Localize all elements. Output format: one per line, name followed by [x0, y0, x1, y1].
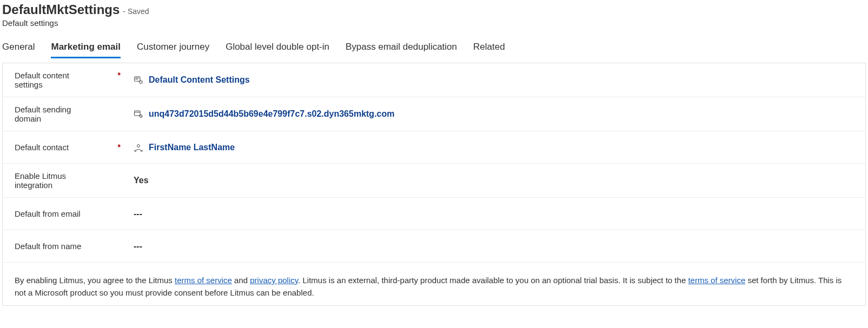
title-row: DefaultMktSettings - Saved [2, 2, 866, 17]
save-status: - Saved [123, 7, 149, 16]
terms-of-service-link[interactable]: terms of service [175, 276, 232, 285]
field-value-lookup[interactable]: FirstName LastName [134, 143, 235, 152]
tab-customer-journey[interactable]: Customer journey [137, 42, 209, 58]
svg-point-3 [140, 81, 142, 83]
field-default-content-settings: Default content settings * Default Conte… [3, 63, 865, 97]
settings-record-icon [134, 75, 143, 85]
field-default-from-name: Default from name --- [3, 230, 865, 263]
tab-marketing-email[interactable]: Marketing email [51, 42, 121, 58]
tab-bypass-dedup[interactable]: Bypass email deduplication [346, 42, 457, 58]
field-default-contact: Default contact * FirstName LastName [3, 131, 865, 164]
field-value-text[interactable]: --- [134, 209, 142, 219]
field-value-text[interactable]: --- [134, 242, 142, 251]
field-label: Default from email [15, 209, 81, 218]
field-value-text: Default Content Settings [149, 75, 250, 85]
field-value-text: FirstName LastName [149, 143, 235, 152]
field-enable-litmus: Enable Litmus integration Yes [3, 164, 865, 198]
field-label: Default content settings [15, 71, 96, 89]
field-label: Default sending domain [15, 105, 96, 123]
field-value-lookup[interactable]: unq473d72015d5d44b5b69e4e799f7c7.s02.dyn… [134, 109, 394, 119]
tab-related[interactable]: Related [473, 42, 505, 58]
tab-double-optin[interactable]: Global level double opt-in [226, 42, 329, 58]
tab-general[interactable]: General [2, 42, 35, 58]
required-marker: * [118, 71, 134, 79]
field-default-from-email: Default from email --- [3, 198, 865, 230]
form-panel: Default content settings * Default Conte… [2, 63, 866, 306]
page-header: DefaultMktSettings - Saved Default setti… [2, 2, 866, 31]
field-label: Default from name [15, 242, 81, 251]
field-value-lookup[interactable]: Default Content Settings [134, 75, 250, 85]
page-title: DefaultMktSettings [2, 2, 120, 17]
consent-text: and [232, 276, 250, 285]
page-subtitle: Default settings [2, 18, 866, 28]
litmus-consent-text: By enabling Litmus, you agree to the Lit… [3, 263, 865, 305]
terms-of-service-link-2[interactable]: terms of service [688, 276, 745, 285]
field-default-sending-domain: Default sending domain unq473d72015d5d44… [3, 97, 865, 131]
required-marker: * [118, 143, 134, 151]
svg-rect-4 [135, 111, 141, 116]
field-value-text: unq473d72015d5d44b5b69e4e799f7c7.s02.dyn… [149, 109, 394, 119]
field-value-text[interactable]: Yes [134, 176, 149, 185]
tab-bar: General Marketing email Customer journey… [2, 42, 866, 58]
consent-text: . Litmus is an external, third-party pro… [298, 276, 688, 285]
field-label: Default contact [15, 143, 69, 152]
consent-text: By enabling Litmus, you agree to the Lit… [15, 276, 175, 285]
contact-record-icon [134, 143, 143, 152]
domain-record-icon [134, 109, 143, 119]
privacy-policy-link[interactable]: privacy policy [250, 276, 298, 285]
svg-point-7 [137, 144, 140, 147]
field-label: Enable Litmus integration [15, 171, 96, 190]
